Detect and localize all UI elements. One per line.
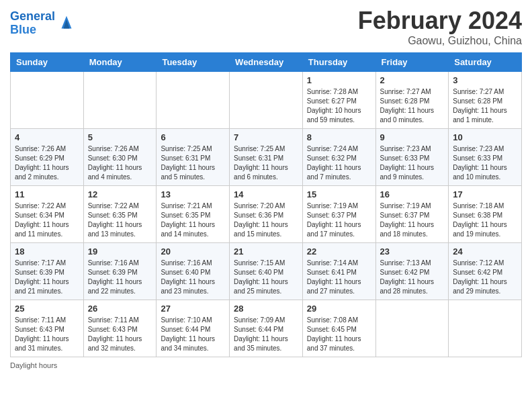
calendar-cell: 10Sunrise: 7:23 AM Sunset: 6:33 PM Dayli… bbox=[449, 129, 522, 186]
day-number: 20 bbox=[161, 246, 225, 257]
calendar-week-row: 1Sunrise: 7:28 AM Sunset: 6:27 PM Daylig… bbox=[11, 72, 522, 129]
day-number: 19 bbox=[88, 246, 152, 257]
day-info: Sunrise: 7:27 AM Sunset: 6:28 PM Dayligh… bbox=[453, 87, 517, 125]
day-number: 7 bbox=[234, 132, 298, 142]
day-number: 28 bbox=[234, 304, 298, 314]
day-header-monday: Monday bbox=[83, 53, 157, 72]
day-info: Sunrise: 7:16 AM Sunset: 6:40 PM Dayligh… bbox=[161, 259, 225, 296]
day-info: Sunrise: 7:15 AM Sunset: 6:40 PM Dayligh… bbox=[234, 259, 298, 296]
calendar-cell: 12Sunrise: 7:22 AM Sunset: 6:35 PM Dayli… bbox=[83, 186, 157, 243]
day-number: 8 bbox=[307, 132, 371, 142]
title-block: February 2024 Gaowu, Guizhou, China bbox=[358, 7, 522, 47]
calendar-cell bbox=[11, 72, 84, 129]
day-header-thursday: Thursday bbox=[302, 53, 375, 72]
day-info: Sunrise: 7:25 AM Sunset: 6:31 PM Dayligh… bbox=[234, 144, 298, 182]
calendar-cell bbox=[375, 300, 449, 357]
day-info: Sunrise: 7:21 AM Sunset: 6:35 PM Dayligh… bbox=[161, 201, 225, 239]
day-header-friday: Friday bbox=[375, 53, 449, 72]
day-number: 25 bbox=[15, 304, 79, 314]
calendar-cell: 20Sunrise: 7:16 AM Sunset: 6:40 PM Dayli… bbox=[157, 243, 230, 300]
calendar-cell: 6Sunrise: 7:25 AM Sunset: 6:31 PM Daylig… bbox=[157, 129, 230, 186]
calendar-cell: 23Sunrise: 7:13 AM Sunset: 6:42 PM Dayli… bbox=[375, 243, 449, 300]
calendar-table: SundayMondayTuesdayWednesdayThursdayFrid… bbox=[10, 52, 522, 357]
calendar-cell: 14Sunrise: 7:20 AM Sunset: 6:36 PM Dayli… bbox=[230, 186, 303, 243]
calendar-cell bbox=[83, 72, 157, 129]
day-info: Sunrise: 7:20 AM Sunset: 6:36 PM Dayligh… bbox=[234, 201, 298, 239]
day-info: Sunrise: 7:28 AM Sunset: 6:27 PM Dayligh… bbox=[307, 87, 371, 125]
day-number: 11 bbox=[15, 189, 79, 199]
day-info: Sunrise: 7:17 AM Sunset: 6:39 PM Dayligh… bbox=[15, 259, 79, 296]
page-header: General Blue February 2024 Gaowu, Guizho… bbox=[10, 7, 522, 47]
calendar-header-row: SundayMondayTuesdayWednesdayThursdayFrid… bbox=[11, 53, 522, 72]
day-number: 4 bbox=[15, 132, 79, 142]
day-info: Sunrise: 7:08 AM Sunset: 6:45 PM Dayligh… bbox=[307, 316, 371, 353]
logo-text-blue: Blue bbox=[10, 24, 55, 37]
day-number: 14 bbox=[234, 189, 298, 199]
day-info: Sunrise: 7:22 AM Sunset: 6:34 PM Dayligh… bbox=[15, 201, 79, 239]
day-number: 15 bbox=[307, 189, 371, 199]
calendar-cell: 22Sunrise: 7:14 AM Sunset: 6:41 PM Dayli… bbox=[302, 243, 375, 300]
calendar-cell bbox=[449, 300, 522, 357]
calendar-cell: 27Sunrise: 7:10 AM Sunset: 6:44 PM Dayli… bbox=[157, 300, 230, 357]
calendar-week-row: 4Sunrise: 7:26 AM Sunset: 6:29 PM Daylig… bbox=[11, 129, 522, 186]
day-header-sunday: Sunday bbox=[11, 53, 84, 72]
calendar-cell: 8Sunrise: 7:24 AM Sunset: 6:32 PM Daylig… bbox=[302, 129, 375, 186]
day-info: Sunrise: 7:22 AM Sunset: 6:35 PM Dayligh… bbox=[88, 201, 152, 239]
day-info: Sunrise: 7:16 AM Sunset: 6:39 PM Dayligh… bbox=[88, 259, 152, 296]
calendar-cell: 3Sunrise: 7:27 AM Sunset: 6:28 PM Daylig… bbox=[449, 72, 522, 129]
day-number: 18 bbox=[15, 246, 79, 257]
calendar-week-row: 18Sunrise: 7:17 AM Sunset: 6:39 PM Dayli… bbox=[11, 243, 522, 300]
day-info: Sunrise: 7:11 AM Sunset: 6:43 PM Dayligh… bbox=[88, 316, 152, 353]
day-number: 29 bbox=[307, 304, 371, 314]
calendar-cell: 5Sunrise: 7:26 AM Sunset: 6:30 PM Daylig… bbox=[83, 129, 157, 186]
day-header-saturday: Saturday bbox=[449, 53, 522, 72]
day-info: Sunrise: 7:11 AM Sunset: 6:43 PM Dayligh… bbox=[15, 316, 79, 353]
calendar-cell: 17Sunrise: 7:18 AM Sunset: 6:38 PM Dayli… bbox=[449, 186, 522, 243]
day-number: 6 bbox=[161, 132, 225, 142]
day-number: 5 bbox=[88, 132, 152, 142]
calendar-cell: 21Sunrise: 7:15 AM Sunset: 6:40 PM Dayli… bbox=[230, 243, 303, 300]
day-info: Sunrise: 7:26 AM Sunset: 6:30 PM Dayligh… bbox=[88, 144, 152, 182]
calendar-cell: 28Sunrise: 7:09 AM Sunset: 6:44 PM Dayli… bbox=[230, 300, 303, 357]
location-title: Gaowu, Guizhou, China bbox=[358, 35, 522, 47]
calendar-cell: 9Sunrise: 7:23 AM Sunset: 6:33 PM Daylig… bbox=[375, 129, 449, 186]
footer-note: Daylight hours bbox=[10, 361, 522, 369]
calendar-cell: 16Sunrise: 7:19 AM Sunset: 6:37 PM Dayli… bbox=[375, 186, 449, 243]
day-header-tuesday: Tuesday bbox=[157, 53, 230, 72]
day-info: Sunrise: 7:26 AM Sunset: 6:29 PM Dayligh… bbox=[15, 144, 79, 182]
calendar-cell: 24Sunrise: 7:12 AM Sunset: 6:42 PM Dayli… bbox=[449, 243, 522, 300]
logo-text: General bbox=[10, 10, 55, 24]
day-number: 2 bbox=[380, 75, 445, 85]
day-number: 9 bbox=[380, 132, 445, 142]
calendar-cell: 29Sunrise: 7:08 AM Sunset: 6:45 PM Dayli… bbox=[302, 300, 375, 357]
calendar-cell: 19Sunrise: 7:16 AM Sunset: 6:39 PM Dayli… bbox=[83, 243, 157, 300]
calendar-cell bbox=[157, 72, 230, 129]
day-info: Sunrise: 7:09 AM Sunset: 6:44 PM Dayligh… bbox=[234, 316, 298, 353]
day-number: 1 bbox=[307, 75, 371, 85]
day-info: Sunrise: 7:13 AM Sunset: 6:42 PM Dayligh… bbox=[380, 259, 445, 296]
day-number: 16 bbox=[380, 189, 445, 199]
day-header-wednesday: Wednesday bbox=[230, 53, 303, 72]
day-number: 12 bbox=[88, 189, 152, 199]
logo-icon bbox=[56, 13, 77, 34]
day-number: 17 bbox=[453, 189, 517, 199]
calendar-cell: 15Sunrise: 7:19 AM Sunset: 6:37 PM Dayli… bbox=[302, 186, 375, 243]
day-info: Sunrise: 7:14 AM Sunset: 6:41 PM Dayligh… bbox=[307, 259, 371, 296]
calendar-cell: 1Sunrise: 7:28 AM Sunset: 6:27 PM Daylig… bbox=[302, 72, 375, 129]
day-number: 23 bbox=[380, 246, 445, 257]
calendar-cell bbox=[230, 72, 303, 129]
calendar-cell: 4Sunrise: 7:26 AM Sunset: 6:29 PM Daylig… bbox=[11, 129, 84, 186]
calendar-cell: 2Sunrise: 7:27 AM Sunset: 6:28 PM Daylig… bbox=[375, 72, 449, 129]
day-number: 26 bbox=[88, 304, 152, 314]
calendar-cell: 7Sunrise: 7:25 AM Sunset: 6:31 PM Daylig… bbox=[230, 129, 303, 186]
calendar-cell: 13Sunrise: 7:21 AM Sunset: 6:35 PM Dayli… bbox=[157, 186, 230, 243]
day-info: Sunrise: 7:23 AM Sunset: 6:33 PM Dayligh… bbox=[453, 144, 517, 182]
day-info: Sunrise: 7:18 AM Sunset: 6:38 PM Dayligh… bbox=[453, 201, 517, 239]
day-info: Sunrise: 7:27 AM Sunset: 6:28 PM Dayligh… bbox=[380, 87, 445, 125]
day-info: Sunrise: 7:10 AM Sunset: 6:44 PM Dayligh… bbox=[161, 316, 225, 353]
day-number: 22 bbox=[307, 246, 371, 257]
logo: General Blue bbox=[10, 10, 77, 37]
calendar-week-row: 11Sunrise: 7:22 AM Sunset: 6:34 PM Dayli… bbox=[11, 186, 522, 243]
calendar-cell: 18Sunrise: 7:17 AM Sunset: 6:39 PM Dayli… bbox=[11, 243, 84, 300]
day-info: Sunrise: 7:19 AM Sunset: 6:37 PM Dayligh… bbox=[307, 201, 371, 239]
